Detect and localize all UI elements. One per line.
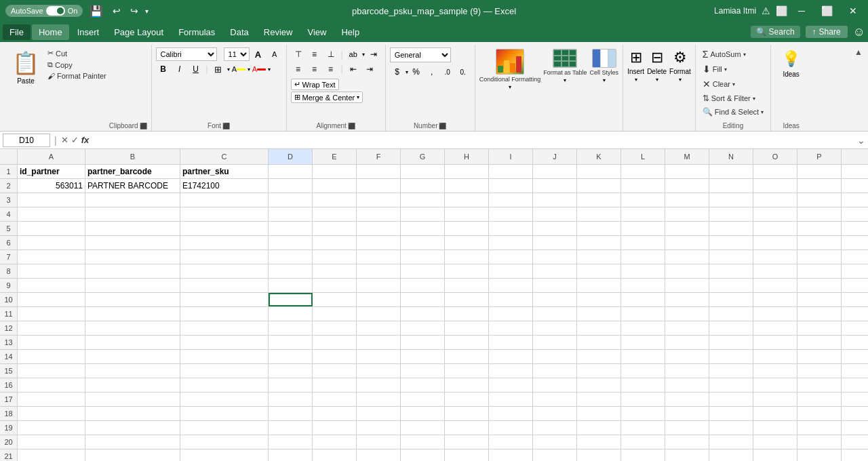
cell-O17[interactable] bbox=[753, 393, 797, 406]
cell-M2[interactable] bbox=[665, 179, 709, 193]
cell-I17[interactable] bbox=[489, 393, 533, 406]
cell-G6[interactable] bbox=[401, 236, 445, 249]
close-button[interactable]: ✕ bbox=[844, 3, 863, 19]
cell-K2[interactable] bbox=[577, 179, 621, 193]
cell-O6[interactable] bbox=[753, 236, 797, 249]
maximize-button[interactable]: ⬜ bbox=[816, 3, 838, 19]
cell-K12[interactable] bbox=[577, 321, 621, 335]
cell-A7[interactable] bbox=[18, 250, 85, 264]
cell-M3[interactable] bbox=[665, 193, 709, 207]
col-header-B[interactable]: B bbox=[85, 149, 180, 164]
cell-E18[interactable] bbox=[313, 407, 357, 420]
cell-I4[interactable] bbox=[489, 207, 533, 221]
cell-A15[interactable] bbox=[18, 364, 85, 378]
cell-M8[interactable] bbox=[665, 264, 709, 278]
cell-N7[interactable] bbox=[709, 250, 753, 264]
cell-K15[interactable] bbox=[577, 364, 621, 378]
cell-L14[interactable] bbox=[621, 350, 665, 363]
cell-J6[interactable] bbox=[533, 236, 577, 249]
formula-expand-button[interactable]: ⌄ bbox=[857, 135, 865, 146]
cell-O15[interactable] bbox=[753, 364, 797, 378]
cell-F15[interactable] bbox=[357, 364, 401, 378]
cell-J12[interactable] bbox=[533, 321, 577, 335]
number-expand-icon[interactable]: ⬛ bbox=[439, 123, 446, 129]
cell-F2[interactable] bbox=[357, 179, 401, 193]
cell-D21[interactable] bbox=[269, 449, 313, 461]
cell-C18[interactable] bbox=[180, 407, 269, 420]
cell-H17[interactable] bbox=[445, 393, 489, 406]
cell-E7[interactable] bbox=[313, 250, 357, 264]
clear-button[interactable]: ✕ Clear ▾ bbox=[700, 77, 738, 91]
cell-styles-dropdown[interactable]: ▾ bbox=[603, 77, 606, 83]
cell-H12[interactable] bbox=[445, 321, 489, 335]
cell-I11[interactable] bbox=[489, 307, 533, 321]
cell-B16[interactable] bbox=[85, 378, 180, 392]
format-dropdown[interactable]: ▾ bbox=[679, 77, 682, 83]
autosave-toggle[interactable] bbox=[46, 6, 65, 16]
cell-N11[interactable] bbox=[709, 307, 753, 321]
cell-N9[interactable] bbox=[709, 279, 753, 292]
cell-G3[interactable] bbox=[401, 193, 445, 207]
cell-H7[interactable] bbox=[445, 250, 489, 264]
cancel-formula-button[interactable]: ✕ bbox=[61, 135, 68, 145]
cell-M9[interactable] bbox=[665, 279, 709, 292]
col-header-J[interactable]: J bbox=[533, 149, 577, 164]
cell-L9[interactable] bbox=[621, 279, 665, 292]
cell-J15[interactable] bbox=[533, 364, 577, 378]
cell-N2[interactable] bbox=[709, 179, 753, 193]
cell-O13[interactable] bbox=[753, 336, 797, 349]
cell-B2[interactable]: PARTNER BARCODE bbox=[85, 179, 180, 193]
cell-A9[interactable] bbox=[18, 279, 85, 292]
cell-I2[interactable] bbox=[489, 179, 533, 193]
cell-E4[interactable] bbox=[313, 207, 357, 221]
cell-J20[interactable] bbox=[533, 435, 577, 449]
format-button[interactable]: ⚙ Format ▾ bbox=[669, 49, 691, 83]
cell-G8[interactable] bbox=[401, 264, 445, 278]
cell-N3[interactable] bbox=[709, 193, 753, 207]
copy-button[interactable]: ⧉ Copy bbox=[45, 59, 109, 71]
cell-C7[interactable] bbox=[180, 250, 269, 264]
cell-D6[interactable] bbox=[269, 236, 313, 249]
cell-A16[interactable] bbox=[18, 378, 85, 392]
cell-M11[interactable] bbox=[665, 307, 709, 321]
cell-P21[interactable] bbox=[797, 449, 842, 461]
font-color-dropdown[interactable]: ▾ bbox=[268, 66, 271, 73]
row-header-7[interactable]: 7 bbox=[0, 250, 18, 264]
col-header-L[interactable]: L bbox=[621, 149, 665, 164]
cell-D16[interactable] bbox=[269, 378, 313, 392]
cell-M13[interactable] bbox=[665, 336, 709, 349]
cell-J21[interactable] bbox=[533, 449, 577, 461]
menu-help[interactable]: Help bbox=[334, 24, 366, 40]
cell-E1[interactable] bbox=[313, 165, 357, 178]
cell-A3[interactable] bbox=[18, 193, 85, 207]
row-header-20[interactable]: 20 bbox=[0, 435, 18, 449]
cell-P17[interactable] bbox=[797, 393, 842, 406]
autosum-button[interactable]: Σ AutoSum ▾ bbox=[700, 47, 749, 61]
format-table-dropdown[interactable]: ▾ bbox=[564, 77, 566, 83]
cell-F6[interactable] bbox=[357, 236, 401, 249]
cell-C17[interactable] bbox=[180, 393, 269, 406]
find-dropdown[interactable]: ▾ bbox=[761, 109, 764, 115]
cell-N20[interactable] bbox=[709, 435, 753, 449]
cell-J19[interactable] bbox=[533, 421, 577, 435]
name-box[interactable] bbox=[3, 134, 50, 147]
cell-O8[interactable] bbox=[753, 264, 797, 278]
cell-B10[interactable] bbox=[85, 293, 180, 306]
col-header-A[interactable]: A bbox=[18, 149, 85, 164]
menu-view[interactable]: View bbox=[300, 24, 333, 40]
cell-G1[interactable] bbox=[401, 165, 445, 178]
minimize-button[interactable]: ─ bbox=[793, 3, 810, 19]
cell-L18[interactable] bbox=[621, 407, 665, 420]
indent-increase-button[interactable]: ⇥ bbox=[366, 47, 381, 61]
cell-D14[interactable] bbox=[269, 350, 313, 363]
indent-increase2-button[interactable]: ⇥ bbox=[362, 62, 377, 76]
cell-L6[interactable] bbox=[621, 236, 665, 249]
row-header-13[interactable]: 13 bbox=[0, 336, 18, 349]
cell-N1[interactable] bbox=[709, 165, 753, 178]
number-format-select[interactable]: General bbox=[390, 47, 451, 62]
font-color-button[interactable]: A bbox=[252, 62, 267, 76]
save-button[interactable]: 💾 bbox=[87, 5, 106, 18]
cell-B6[interactable] bbox=[85, 236, 180, 249]
cell-K10[interactable] bbox=[577, 293, 621, 306]
find-select-button[interactable]: 🔍 Find & Select ▾ bbox=[700, 106, 766, 118]
